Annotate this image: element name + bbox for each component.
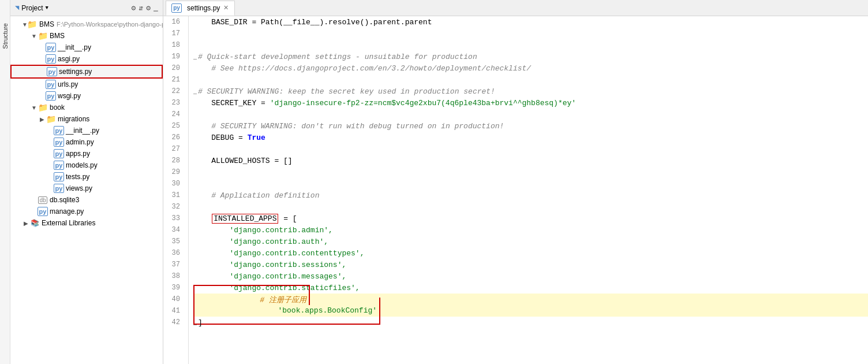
settings-gear-icon[interactable]: ⚙ xyxy=(132,3,136,13)
py-icon-models: py xyxy=(54,161,63,170)
tree-settings[interactable]: py settings.py xyxy=(10,65,163,79)
py-icon-init2: py xyxy=(54,126,63,135)
wsgi-label: wsgi.py xyxy=(58,92,81,100)
editor-tabs: py settings.py ✕ xyxy=(163,0,868,16)
code-line-32 xyxy=(193,201,868,213)
tree-init1[interactable]: py __init__.py xyxy=(10,42,163,53)
code-line-42: ⎯ ] xyxy=(193,317,868,328)
init2-label: __init__.py xyxy=(66,127,99,135)
ln-25: 25 xyxy=(163,120,184,132)
code-editor[interactable]: 16 17 18 19 20 21 22 23 24 25 26 27 28 2… xyxy=(163,16,868,364)
editor-area: py settings.py ✕ 16 17 18 19 20 21 22 23… xyxy=(163,0,868,364)
tree-init2[interactable]: py __init__.py xyxy=(10,125,163,136)
bms-folder-label: BMS xyxy=(50,32,65,40)
ln-32: 32 xyxy=(163,201,184,213)
installed-apps-highlight: INSTALLED_APPS xyxy=(212,214,278,224)
structure-panel[interactable]: Structure xyxy=(0,0,10,364)
tree-book[interactable]: ▼ 📁 book xyxy=(10,102,163,113)
panel-toolbar: ⚙ ⇵ ⚙ ⎯ xyxy=(132,3,158,13)
fold-42[interactable]: ⎯ xyxy=(193,320,197,326)
tab-settings-label: settings.py xyxy=(187,4,220,12)
fold-22[interactable]: ⎯ xyxy=(193,88,197,95)
structure-tab-label[interactable]: Structure xyxy=(2,23,9,49)
tree-admin[interactable]: py admin.py xyxy=(10,136,163,148)
code-line-21 xyxy=(193,74,868,86)
file-tree: ▼ 📁 BMS F:\Python-Workspace\python-djang… xyxy=(10,16,163,364)
ln-17: 17 xyxy=(163,28,184,39)
expand-icon[interactable]: ⇵ xyxy=(139,3,143,13)
code-line-35: 'django.contrib.auth', xyxy=(193,236,868,247)
tree-apps[interactable]: py apps.py xyxy=(10,148,163,159)
ln-22: 22 xyxy=(163,86,184,97)
code-line-36: 'django.contrib.contenttypes', xyxy=(193,247,868,259)
ln-37: 37 xyxy=(163,259,184,270)
asgi-label: asgi.py xyxy=(58,55,80,63)
ln-36: 36 xyxy=(163,247,184,259)
arrow-migrations: ▶ xyxy=(38,116,46,122)
ln-28: 28 xyxy=(163,155,184,166)
folder-icon-migrations: 📁 xyxy=(46,114,55,124)
bms-root-label: BMS xyxy=(39,20,54,28)
tree-models[interactable]: py models.py xyxy=(10,159,163,171)
ln-29: 29 xyxy=(163,166,184,178)
code-line-26: DEBUG = True xyxy=(193,132,868,143)
code-line-31: # Application definition xyxy=(193,190,868,201)
extlibs-icon: 📚 xyxy=(30,218,39,228)
fold-19[interactable]: ⎯ xyxy=(193,54,197,60)
py-icon-settings: py xyxy=(47,67,57,76)
code-line-23: SECRET_KEY = 'django-insecure-fp2-zz=ncm… xyxy=(193,97,868,109)
settings-label: settings.py xyxy=(59,68,92,76)
close-panel-icon[interactable]: ⎯ xyxy=(154,3,158,12)
code-line-17 xyxy=(193,28,868,39)
ln-20: 20 xyxy=(163,62,184,74)
ln-35: 35 xyxy=(163,236,184,247)
ln-40: 40 xyxy=(163,294,184,305)
folder-icon-book: 📁 xyxy=(38,103,47,112)
code-line-33: INSTALLED_APPS = [ xyxy=(193,213,868,224)
line-numbers: 16 17 18 19 20 21 22 23 24 25 26 27 28 2… xyxy=(163,16,189,364)
urls-label: urls.py xyxy=(58,80,78,88)
tree-bms-root[interactable]: ▼ 📁 BMS F:\Python-Workspace\python-djang… xyxy=(10,18,163,30)
tree-tests[interactable]: py tests.py xyxy=(10,171,163,183)
sync-icon[interactable]: ⚙ xyxy=(146,3,151,13)
ln-41: 41 xyxy=(163,305,184,317)
models-label: models.py xyxy=(66,161,98,169)
code-line-37: 'django.contrib.sessions', xyxy=(193,259,868,270)
panel-dropdown-arrow[interactable]: ▼ xyxy=(46,5,48,11)
book-label: book xyxy=(50,103,65,112)
py-icon-wsgi: py xyxy=(46,91,55,101)
code-line-19: ⎯ # Quick-start development settings - u… xyxy=(193,51,868,62)
tab-py-icon: py xyxy=(172,3,181,13)
py-icon-admin: py xyxy=(54,138,63,147)
ln-18: 18 xyxy=(163,39,184,51)
code-line-30 xyxy=(193,178,868,190)
code-line-34: 'django.contrib.admin', xyxy=(193,224,868,236)
tree-asgi[interactable]: py asgi.py xyxy=(10,53,163,65)
code-line-29 xyxy=(193,166,868,178)
py-icon-views: py xyxy=(54,184,63,193)
tree-bms-folder[interactable]: ▼ 📁 BMS xyxy=(10,30,163,42)
py-icon-urls: py xyxy=(46,80,55,89)
tree-manage[interactable]: py manage.py xyxy=(10,206,163,217)
ln-31: 31 xyxy=(163,190,184,201)
code-text[interactable]: BASE_DIR = Path(__file__).resolve().pare… xyxy=(189,16,868,364)
tree-db[interactable]: db db.sqlite3 xyxy=(10,194,163,206)
tree-views[interactable]: py views.py xyxy=(10,183,163,194)
db-icon: db xyxy=(38,195,47,205)
tab-settings[interactable]: py settings.py ✕ xyxy=(166,1,235,16)
ln-38: 38 xyxy=(163,270,184,282)
py-icon-tests: py xyxy=(54,172,63,181)
tree-wsgi[interactable]: py wsgi.py xyxy=(10,90,163,102)
tree-extlibs[interactable]: ▶ 📚 External Libraries xyxy=(10,217,163,229)
code-line-20: # See https://docs.djangoproject.com/en/… xyxy=(193,62,868,74)
apps-label: apps.py xyxy=(66,150,90,158)
folder-icon-bms-root: 📁 xyxy=(28,20,37,29)
admin-label: admin.py xyxy=(66,138,94,146)
ln-39: 39 xyxy=(163,282,184,294)
tree-migrations[interactable]: ▶ 📁 migrations xyxy=(10,113,163,125)
tab-close-button[interactable]: ✕ xyxy=(223,4,229,12)
py-icon-asgi: py xyxy=(46,54,55,64)
manage-label: manage.py xyxy=(50,207,84,216)
tree-urls[interactable]: py urls.py xyxy=(10,79,163,90)
views-label: views.py xyxy=(66,184,92,192)
